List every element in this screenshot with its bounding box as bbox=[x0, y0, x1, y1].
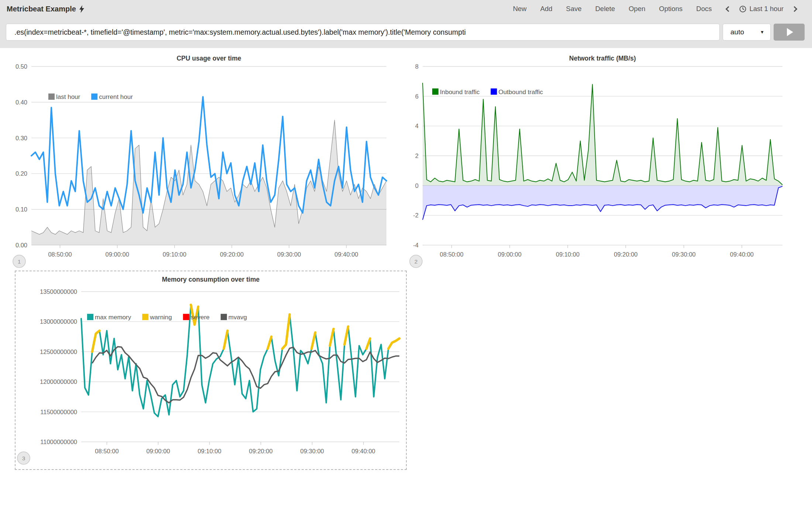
x-tick-label: 09:20:00 bbox=[249, 448, 272, 454]
memory-chart-canvas: 1350000000013000000000125000000001200000… bbox=[16, 271, 406, 469]
time-controls: Last 1 hour bbox=[726, 5, 796, 13]
time-forward-chevron-icon[interactable] bbox=[792, 6, 798, 12]
interval-select[interactable]: auto ▼ bbox=[723, 24, 771, 41]
y-tick-label: 0.00 bbox=[16, 242, 27, 248]
y-tick-label: -4 bbox=[413, 242, 419, 248]
x-tick-label: 09:30:00 bbox=[277, 251, 301, 258]
app-header: Metricbeat Example New Add Save Delete O… bbox=[0, 0, 812, 48]
warning-segment bbox=[330, 329, 334, 346]
top-navbar: Metricbeat Example New Add Save Delete O… bbox=[0, 0, 812, 18]
y-tick-label: 2 bbox=[415, 152, 419, 159]
legend-swatch bbox=[432, 89, 438, 95]
warning-segment bbox=[344, 326, 348, 344]
legend-label: Outbound traffic bbox=[498, 89, 543, 96]
y-tick-label: 12000000000 bbox=[40, 378, 77, 385]
menu-item-delete[interactable]: Delete bbox=[595, 5, 615, 13]
x-tick-label: 09:00:00 bbox=[146, 448, 170, 454]
app-title-text: Metricbeat Example bbox=[7, 5, 76, 13]
run-query-button[interactable] bbox=[774, 24, 805, 41]
x-tick-label: 09:00:00 bbox=[498, 251, 522, 258]
y-tick-label: 4 bbox=[415, 123, 419, 129]
panel-number-badge-label: 2 bbox=[414, 258, 418, 265]
x-tick-label: 08:50:00 bbox=[440, 251, 463, 258]
menu-item-save[interactable]: Save bbox=[566, 5, 582, 13]
legend-item-mvavg: mvavg bbox=[221, 314, 247, 321]
legend-item-current-hour: current hour bbox=[91, 93, 133, 100]
menu-item-options[interactable]: Options bbox=[659, 5, 683, 13]
x-tick-label: 09:30:00 bbox=[672, 251, 696, 258]
x-tick-label: 09:20:00 bbox=[614, 251, 637, 258]
x-tick-label: 09:40:00 bbox=[730, 251, 754, 258]
y-tick-label: 0.20 bbox=[16, 170, 27, 177]
legend-item-outbound-traffic: Outbound traffic bbox=[491, 89, 543, 96]
x-tick-label: 08:50:00 bbox=[48, 251, 72, 258]
menu-item-new[interactable]: New bbox=[513, 5, 527, 13]
warning-segment bbox=[268, 337, 271, 349]
legend-swatch bbox=[48, 93, 55, 100]
legend-label: warning bbox=[149, 314, 172, 321]
warning-segment bbox=[388, 338, 399, 349]
legend-swatch bbox=[91, 93, 97, 100]
y-tick-label: 0.40 bbox=[16, 99, 27, 106]
last-hour-area bbox=[31, 120, 386, 245]
network-traffic-chart-panel[interactable]: Network traffic (MB/s) 86420-2-408:50:00… bbox=[408, 53, 790, 269]
lightning-bolt-icon bbox=[79, 5, 84, 13]
legend-label: max memory bbox=[95, 314, 131, 321]
warning-segment bbox=[224, 331, 227, 349]
play-icon bbox=[787, 28, 793, 36]
time-picker-label: Last 1 hour bbox=[749, 5, 784, 13]
warning-segment bbox=[312, 333, 315, 349]
legend-item-severe: severe bbox=[183, 314, 210, 321]
cpu-usage-chart-panel[interactable]: CPU usage over time 0.500.400.300.200.10… bbox=[11, 53, 389, 269]
y-tick-label: 0.30 bbox=[16, 135, 27, 141]
x-tick-label: 09:10:00 bbox=[163, 251, 186, 258]
panel-number-badge-label: 3 bbox=[22, 455, 25, 461]
legend-item-inbound-traffic: Inbound traffic bbox=[432, 89, 480, 96]
y-tick-label: 11000000000 bbox=[40, 439, 77, 445]
warning-segment bbox=[367, 338, 370, 349]
chevron-down-icon: ▼ bbox=[760, 30, 764, 35]
x-tick-label: 08:50:00 bbox=[95, 448, 118, 454]
legend-label: severe bbox=[191, 314, 210, 321]
x-tick-label: 09:30:00 bbox=[300, 448, 324, 454]
outbound-traffic-area bbox=[423, 186, 782, 220]
legend-swatch bbox=[183, 314, 189, 320]
timelion-expression-input[interactable] bbox=[6, 24, 720, 41]
menu-item-open[interactable]: Open bbox=[629, 5, 645, 13]
x-tick-label: 09:00:00 bbox=[106, 251, 129, 258]
warning-segment bbox=[282, 315, 290, 349]
legend-label: Inbound traffic bbox=[440, 89, 480, 96]
y-tick-label: 13000000000 bbox=[40, 318, 77, 325]
menu-item-docs[interactable]: Docs bbox=[696, 5, 712, 13]
y-tick-label: 0 bbox=[415, 182, 419, 189]
legend-item-max-memory: max memory bbox=[87, 314, 131, 321]
x-tick-label: 09:20:00 bbox=[220, 251, 244, 258]
network-chart-canvas: 86420-2-408:50:0009:00:0009:10:0009:20:0… bbox=[408, 53, 790, 269]
x-tick-label: 09:40:00 bbox=[352, 448, 375, 454]
legend-item-warning: warning bbox=[142, 314, 172, 321]
legend-swatch bbox=[87, 314, 93, 320]
legend-swatch bbox=[142, 314, 148, 320]
menu-item-add[interactable]: Add bbox=[540, 5, 553, 13]
memory-consumption-chart-panel[interactable]: Memory consumption over time 13500000000… bbox=[15, 271, 407, 470]
app-title: Metricbeat Example bbox=[7, 5, 84, 13]
time-picker[interactable]: Last 1 hour bbox=[739, 5, 784, 13]
legend-label: last hour bbox=[56, 93, 80, 100]
inbound-traffic-line bbox=[423, 83, 782, 185]
inbound-traffic-area bbox=[423, 83, 782, 185]
panel-number-badge-label: 1 bbox=[18, 258, 21, 265]
legend-swatch bbox=[221, 314, 227, 320]
time-back-chevron-icon[interactable] bbox=[726, 6, 732, 12]
query-bar: auto ▼ bbox=[0, 24, 812, 41]
cpu-chart-canvas: 0.500.400.300.200.100.0008:50:0009:00:00… bbox=[11, 53, 389, 269]
y-tick-label: 0.10 bbox=[16, 206, 27, 213]
legend-swatch bbox=[491, 89, 497, 95]
y-tick-label: 11500000000 bbox=[40, 409, 77, 415]
x-tick-label: 09:40:00 bbox=[334, 251, 358, 258]
legend-label: mvavg bbox=[228, 314, 247, 321]
interval-select-value: auto bbox=[730, 28, 744, 36]
y-tick-label: 8 bbox=[415, 63, 419, 70]
y-tick-label: -2 bbox=[413, 212, 419, 219]
y-tick-label: 0.50 bbox=[16, 63, 27, 70]
clock-icon bbox=[739, 6, 746, 13]
